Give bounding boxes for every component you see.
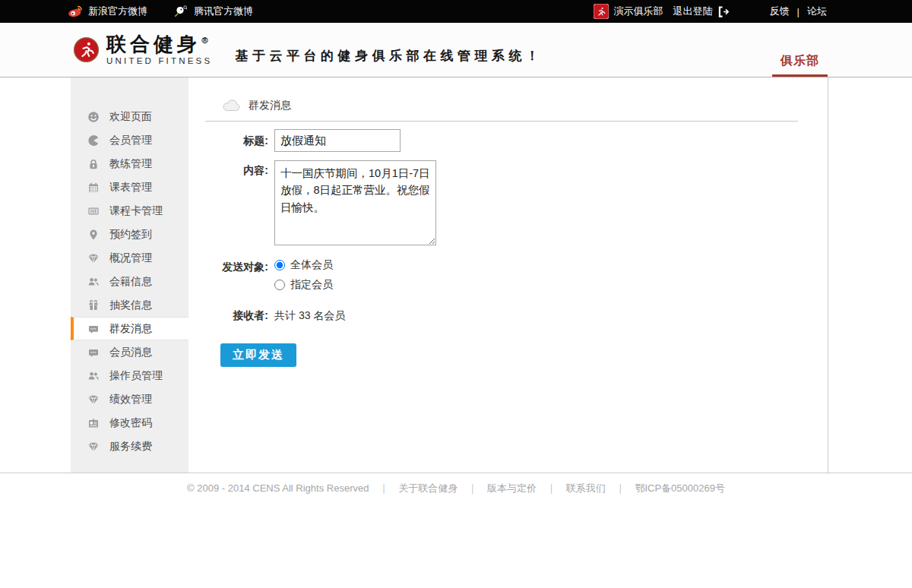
sidebar-item-label: 会员管理 [109, 134, 152, 147]
gift-icon [87, 299, 100, 311]
receiver-count: 共计 33 名会员 [274, 308, 345, 323]
target-option[interactable]: 指定会员 [274, 278, 333, 292]
topbar-meta: 反馈 | 论坛 [770, 5, 827, 18]
member-icon [87, 134, 100, 147]
page-title-text: 群发消息 [249, 99, 291, 112]
smiley-icon [87, 111, 100, 123]
title-input[interactable] [274, 129, 401, 152]
target-radio[interactable] [274, 260, 285, 270]
receiver-row: 接收者: 共计 33 名会员 [195, 308, 828, 323]
sidebar-item-label: 会籍信息 [109, 275, 152, 289]
diamond-icon [87, 252, 100, 264]
sidebar-item-label: 服务续费 [109, 440, 152, 454]
target-option-label: 全体会员 [290, 258, 333, 272]
people-icon [87, 276, 100, 288]
header-tagline: 基于云平台的健身俱乐部在线管理系统！ [235, 47, 543, 65]
sidebar-item-label: 会员消息 [109, 346, 152, 359]
footer-separator: ｜ [467, 482, 477, 494]
sidebar-item-renewal[interactable]: 服务续费 [71, 435, 188, 458]
sidebar-item-label: 群发消息 [109, 322, 152, 336]
sidebar-item-label: 概况管理 [109, 251, 152, 265]
calendar-icon [87, 182, 100, 194]
sidebar-item-lottery[interactable]: 抽奖信息 [71, 293, 188, 317]
tencent-weibo-link[interactable]: 腾讯官方微博 [173, 5, 253, 18]
sidebar-item-overview[interactable]: 概况管理 [71, 246, 188, 270]
topbar: 新浪官方微博 腾讯官方微博 演示俱乐部 退出登陆 反馈 [0, 0, 912, 23]
header: 联合健身® UNITED FITNESS 基于云平台的健身俱乐部在线管理系统！ … [0, 23, 912, 77]
brand-text: 联合健身® UNITED FITNESS [106, 34, 212, 65]
chat-icon [87, 323, 100, 335]
sidebar-item-checkin[interactable]: 预约签到 [71, 223, 188, 246]
brand-name-cn: 联合健身® [106, 34, 212, 54]
sidebar-item-label: 教练管理 [109, 157, 152, 171]
heading-divider [205, 121, 798, 122]
footer-separator: ｜ [546, 482, 556, 494]
sidebar-item-label: 绩效管理 [109, 393, 152, 406]
chat-icon [87, 346, 100, 359]
left-gutter [0, 77, 71, 473]
footer-separator: ｜ [616, 482, 625, 494]
target-row: 发送对象: 全体会员 指定会员 [195, 258, 828, 292]
sidebar-item-course-cards[interactable]: 课程卡管理 [71, 199, 188, 223]
send-now-button[interactable]: 立即发送 [220, 343, 296, 367]
sidebar-item-label: 抽奖信息 [109, 299, 152, 312]
sidebar-item-label: 操作员管理 [109, 369, 163, 383]
lock-icon [87, 158, 100, 170]
logout-label: 退出登陆 [673, 5, 713, 18]
sidebar: 欢迎页面 会员管理 教练管理 课表管理 课程卡管理 预约签到 概况管理 会籍信息… [71, 77, 188, 473]
sidebar-item-password[interactable]: 修改密码 [71, 411, 188, 435]
sidebar-item-label: 修改密码 [109, 416, 152, 430]
title-label: 标题: [195, 129, 268, 152]
topbar-separator: | [797, 6, 800, 17]
sidebar-item-broadcast[interactable]: 群发消息 [71, 317, 188, 340]
logout-button[interactable]: 退出登陆 [673, 5, 730, 19]
sina-weibo-label: 新浪官方微博 [88, 5, 147, 18]
sidebar-item-member-messages[interactable]: 会员消息 [71, 340, 188, 364]
content-label: 内容: [195, 160, 268, 245]
brand-name-en: UNITED FITNESS [106, 56, 212, 65]
footer-link[interactable]: 关于联合健身 [398, 482, 458, 494]
target-option[interactable]: 全体会员 [274, 258, 333, 272]
page-title: 群发消息 [221, 99, 828, 112]
cloud-icon [221, 99, 241, 112]
pin-icon [87, 229, 100, 241]
title-row: 标题: [195, 129, 828, 152]
sidebar-item-members[interactable]: 会员管理 [71, 128, 188, 152]
target-radio[interactable] [274, 280, 285, 290]
diamond-icon [87, 394, 100, 406]
avatar[interactable] [594, 4, 609, 19]
footer-link[interactable]: 联系我们 [566, 482, 606, 494]
target-options: 全体会员 指定会员 [274, 258, 333, 292]
tencent-weibo-icon [173, 5, 188, 18]
forum-link[interactable]: 论坛 [807, 5, 827, 18]
right-gutter [828, 77, 912, 473]
idcard-icon [87, 417, 100, 429]
footer-link[interactable]: 版本与定价 [487, 482, 537, 494]
sidebar-item-label: 欢迎页面 [109, 110, 152, 124]
target-option-label: 指定会员 [290, 278, 333, 292]
sina-weibo-icon [67, 5, 83, 18]
club-name[interactable]: 演示俱乐部 [614, 5, 663, 18]
sidebar-item-performance[interactable]: 绩效管理 [71, 387, 188, 411]
brand-logo: 联合健身® UNITED FITNESS [73, 34, 212, 65]
icp-number: 鄂ICP备05000269号 [635, 482, 725, 494]
sidebar-item-operators[interactable]: 操作员管理 [71, 364, 188, 387]
broadcast-form: 标题: 内容: 十一国庆节期间，10月1日-7日放假，8日起正常营业。祝您假日愉… [188, 129, 828, 367]
sina-weibo-link[interactable]: 新浪官方微博 [67, 5, 147, 18]
sidebar-item-schedule[interactable]: 课表管理 [71, 175, 188, 199]
copyright-text: © 2009 - 2014 CENS All Rights Reserved [187, 482, 369, 494]
sidebar-item-label: 课程卡管理 [109, 204, 163, 218]
barcode-icon [87, 205, 100, 217]
tencent-weibo-label: 腾讯官方微博 [194, 5, 253, 18]
target-label: 发送对象: [195, 258, 268, 292]
sidebar-item-welcome[interactable]: 欢迎页面 [71, 105, 188, 128]
content-textarea[interactable]: 十一国庆节期间，10月1日-7日放假，8日起正常营业。祝您假日愉快。 [274, 160, 436, 245]
receiver-label: 接收者: [195, 308, 268, 323]
sidebar-item-coaches[interactable]: 教练管理 [71, 152, 188, 175]
feedback-link[interactable]: 反馈 [770, 5, 790, 18]
footer-separator: ｜ [378, 482, 388, 494]
topbar-weibo-links: 新浪官方微博 腾讯官方微博 [67, 5, 253, 18]
sidebar-item-membership[interactable]: 会籍信息 [71, 270, 188, 293]
topbar-account: 演示俱乐部 退出登陆 反馈 | 论坛 [594, 4, 827, 19]
tab-club[interactable]: 俱乐部 [772, 53, 828, 77]
